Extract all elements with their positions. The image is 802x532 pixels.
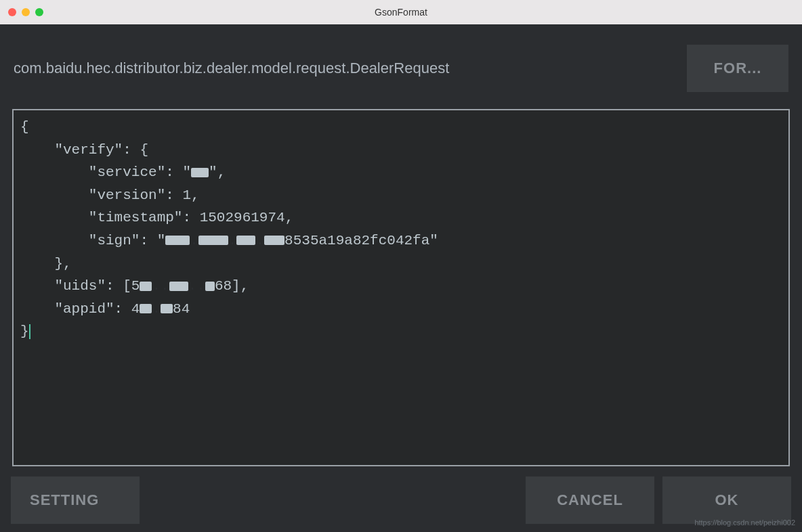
traffic-lights <box>0 8 43 16</box>
json-line: "version": 1, <box>20 187 200 203</box>
json-line: { <box>20 119 29 135</box>
dialog-content: com.baidu.hec.distributor.biz.dealer.mod… <box>0 24 802 532</box>
json-input-container[interactable]: { "verify": { "service": "", "version": … <box>12 109 790 466</box>
json-input-textarea[interactable]: { "verify": { "service": "", "version": … <box>20 116 782 460</box>
json-line: "service": "", <box>20 164 226 180</box>
json-line: "verify": { <box>20 142 148 158</box>
header-row: com.baidu.hec.distributor.biz.dealer.mod… <box>0 24 802 102</box>
minimize-window-button[interactable] <box>22 8 30 16</box>
json-line: } <box>20 324 30 339</box>
setting-button[interactable]: SETTING <box>11 476 140 524</box>
text-cursor <box>29 324 30 339</box>
close-window-button[interactable] <box>8 8 16 16</box>
json-line: "sign": "...8535a19a82fc042fa" <box>20 233 438 248</box>
json-line: "appid": 4.84 <box>20 301 190 317</box>
ok-button[interactable]: OK <box>662 476 791 524</box>
json-line: }, <box>20 256 72 271</box>
cancel-button[interactable]: CANCEL <box>526 476 654 524</box>
target-class-path: com.baidu.hec.distributor.biz.dealer.mod… <box>14 60 687 77</box>
titlebar: GsonFormat <box>0 0 802 24</box>
button-spacer <box>148 476 518 524</box>
button-row: SETTING CANCEL OK <box>0 476 802 532</box>
maximize-window-button[interactable] <box>35 8 43 16</box>
json-line: "uids": [5....68], <box>20 278 249 294</box>
json-line: "timestamp": 1502961974, <box>20 210 293 225</box>
format-button[interactable]: FOR... <box>687 45 788 92</box>
window-title: GsonFormat <box>375 7 427 18</box>
